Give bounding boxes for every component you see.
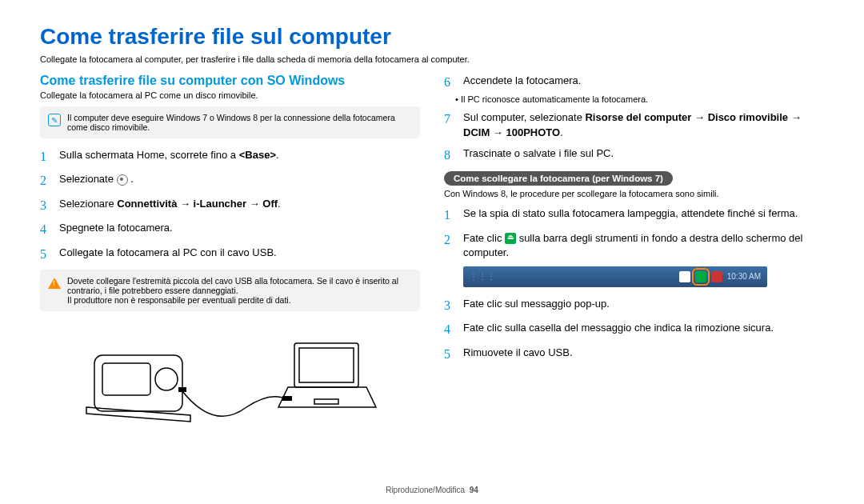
step-number: 1 xyxy=(444,206,455,224)
taskbar-grip-icon: ⋮⋮⋮ xyxy=(470,272,496,281)
step-row: 7Sul computer, selezionate Risorse del c… xyxy=(444,110,824,139)
step-row: 1Sulla schermata Home, scorrete fino a <… xyxy=(40,148,420,166)
step-subtext: Il PC riconosce automaticamente la fotoc… xyxy=(455,94,824,104)
svg-rect-3 xyxy=(178,387,186,392)
warning-box: Dovete collegare l'estremità piccola del… xyxy=(40,270,420,311)
step-number: 7 xyxy=(444,110,455,139)
step-row: 2Fate clic sulla barra degli strumenti i… xyxy=(444,231,824,260)
step-row: 3Selezionare Connettività → i-Launcher →… xyxy=(40,197,420,214)
right-steps-top: 6Accendete la fotocamera.Il PC riconosce… xyxy=(444,74,824,164)
note-icon: ✎ xyxy=(48,114,61,126)
taskbar-screenshot: ⋮⋮⋮10:30 AM xyxy=(463,266,767,287)
left-steps-list: 1Sulla schermata Home, scorrete fino a <… xyxy=(40,148,420,263)
step-row: 4Fate clic sulla casella del messaggio c… xyxy=(444,321,824,338)
step-text: Sul computer, selezionate Risorse del co… xyxy=(463,110,824,139)
step-number: 1 xyxy=(40,148,51,166)
note-text: Il computer deve eseguire Windows 7 o Wi… xyxy=(67,113,412,132)
step-number: 2 xyxy=(444,231,455,260)
right-column: 6Accendete la fotocamera.Il PC riconosce… xyxy=(444,74,824,434)
camera-usb-laptop-svg xyxy=(78,327,382,431)
warning-text: Dovete collegare l'estremità piccola del… xyxy=(67,276,412,305)
right-steps-bottom: 1Se la spia di stato sulla fotocamera la… xyxy=(444,206,824,363)
step-row: 6Accendete la fotocamera. xyxy=(444,74,824,91)
select-circle-icon xyxy=(117,174,128,186)
step-text: Se la spia di stato sulla fotocamera lam… xyxy=(463,206,824,224)
step-text: Selezionate . xyxy=(59,172,420,190)
step-number: 4 xyxy=(444,321,455,338)
svg-rect-5 xyxy=(294,343,358,387)
disconnect-heading-pill: Come scollegare la fotocamera (per Windo… xyxy=(444,171,673,186)
step-row: 8Trascinate o salvate i file sul PC. xyxy=(444,146,824,164)
svg-rect-7 xyxy=(314,399,338,404)
svg-rect-1 xyxy=(102,363,150,395)
warning-icon xyxy=(48,278,61,289)
step-number: 4 xyxy=(40,221,51,238)
step-number: 3 xyxy=(40,197,51,214)
section-subtext: Collegate la fotocamera al PC come un di… xyxy=(40,90,420,100)
taskbar-clock: 10:30 AM xyxy=(727,272,761,281)
step-text: Rimuovete il cavo USB. xyxy=(463,346,824,363)
step-text: Spegnete la fotocamera. xyxy=(59,221,420,238)
step-number: 2 xyxy=(40,172,51,190)
svg-point-2 xyxy=(155,368,178,390)
disconnect-subtext: Con Windows 8, le procedure per scollega… xyxy=(444,189,824,198)
step-text: Fate clic sulla casella del messaggio ch… xyxy=(463,321,824,338)
illustration-camera-laptop xyxy=(40,327,420,434)
step-number: 5 xyxy=(444,346,455,363)
left-column: Come trasferire file su computer con SO … xyxy=(40,74,420,434)
page-intro: Collegate la fotocamera al computer, per… xyxy=(40,54,824,64)
step-row: 2Selezionate . xyxy=(40,172,420,190)
footer-section: Riproduzione/Modifica xyxy=(386,486,465,494)
step-text: Collegate la fotocamera al PC con il cav… xyxy=(59,246,420,263)
step-row: 5Collegate la fotocamera al PC con il ca… xyxy=(40,246,420,263)
step-text: Sulla schermata Home, scorrete fino a <B… xyxy=(59,148,420,166)
step-row: 5Rimuovete il cavo USB. xyxy=(444,346,824,363)
svg-rect-6 xyxy=(299,348,354,382)
step-row: 1Se la spia di stato sulla fotocamera la… xyxy=(444,206,824,224)
taskbar-tray-icon xyxy=(711,271,722,282)
taskbar-safely-remove-icon xyxy=(695,271,706,282)
step-number: 6 xyxy=(444,74,455,91)
step-row: 4Spegnete la fotocamera. xyxy=(40,221,420,238)
safely-remove-icon xyxy=(505,233,516,244)
step-text: Selezionare Connettività → i-Launcher → … xyxy=(59,197,420,214)
step-text: Accendete la fotocamera. xyxy=(463,74,824,91)
step-number: 8 xyxy=(444,146,455,164)
section-heading-windows: Come trasferire file su computer con SO … xyxy=(40,74,420,88)
step-row: 3Fate clic sul messaggio pop-up. xyxy=(444,297,824,314)
step-text: Trascinate o salvate i file sul PC. xyxy=(463,146,824,164)
page-title: Come trasferire file sul computer xyxy=(40,24,824,50)
step-text: Fate clic sul messaggio pop-up. xyxy=(463,297,824,314)
footer-page-number: 94 xyxy=(470,486,478,494)
page-footer: Riproduzione/Modifica 94 xyxy=(0,486,864,494)
note-box: ✎ Il computer deve eseguire Windows 7 o … xyxy=(40,106,420,138)
step-number: 5 xyxy=(40,246,51,263)
two-column-layout: Come trasferire file su computer con SO … xyxy=(40,74,824,434)
step-number: 3 xyxy=(444,297,455,314)
step-text: Fate clic sulla barra degli strumenti in… xyxy=(463,231,824,260)
taskbar-flag-icon xyxy=(679,271,690,282)
